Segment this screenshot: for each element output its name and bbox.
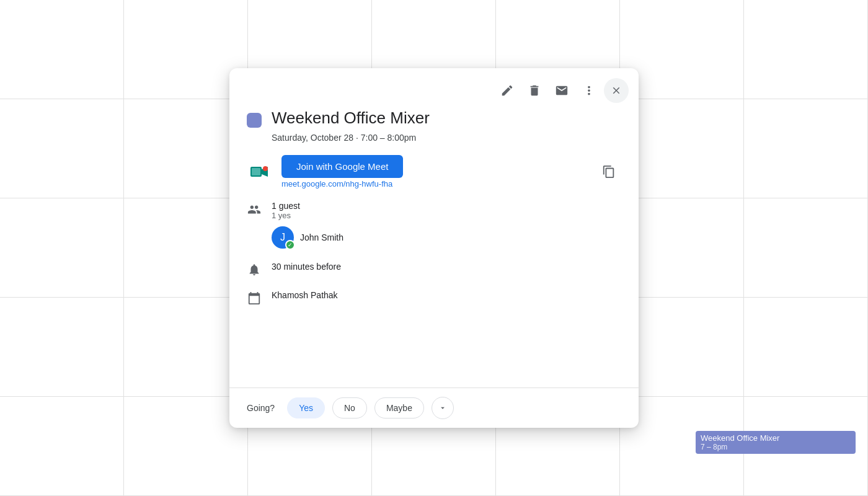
edit-button[interactable] <box>495 78 520 103</box>
guest-avatar: J ✓ <box>272 226 294 249</box>
calendar-cell <box>0 198 124 298</box>
chevron-down-icon <box>438 404 447 412</box>
more-options-button[interactable] <box>577 78 601 103</box>
event-title-row: Weekend Office Mixer <box>247 108 621 129</box>
event-title: Weekend Office Mixer <box>272 108 430 129</box>
calendar-cell <box>0 99 124 198</box>
meet-link[interactable]: meet.google.com/nhg-hwfu-fha <box>281 179 403 188</box>
calendar-owner-row: Khamosh Pathak <box>247 290 621 306</box>
reminder-text: 30 minutes before <box>272 262 341 272</box>
calendar-cell <box>744 298 868 397</box>
copy-icon <box>602 165 616 179</box>
event-detail-popup: Weekend Office Mixer Saturday, October 2… <box>229 68 639 428</box>
event-chip-title: Weekend Office Mixer <box>701 433 851 443</box>
svg-rect-2 <box>252 168 260 175</box>
copy-meet-link-button[interactable] <box>596 159 621 184</box>
calendar-owner-name: Khamosh Pathak <box>272 290 338 300</box>
guest-accepted-checkmark: ✓ <box>285 240 295 250</box>
reminder-content: 30 minutes before <box>272 261 621 272</box>
reminder-row: 30 minutes before <box>247 261 621 277</box>
svg-point-4 <box>263 166 268 171</box>
calendar-cell <box>0 397 124 496</box>
delete-button[interactable] <box>522 78 547 103</box>
meet-join-area: Join with Google Meet meet.google.com/nh… <box>281 155 587 188</box>
rsvp-more-button[interactable] <box>432 397 454 419</box>
guests-yes: 1 yes <box>272 211 621 220</box>
rsvp-no-button[interactable]: No <box>332 397 367 418</box>
guests-row: 1 guest 1 yes J ✓ John Smith <box>247 201 621 249</box>
popup-footer: Going? Yes No Maybe <box>229 388 639 428</box>
calendar-cell <box>0 298 124 397</box>
event-chip-time: 7 – 8pm <box>701 443 851 451</box>
popup-toolbar <box>229 68 639 108</box>
more-vert-icon <box>582 84 596 97</box>
calendar-cell <box>620 298 744 397</box>
close-icon <box>611 85 622 96</box>
meet-row: Join with Google Meet meet.google.com/nh… <box>247 155 621 188</box>
event-datetime: Saturday, October 28 · 7:00 – 8:00pm <box>272 133 621 143</box>
event-color-indicator <box>247 113 262 128</box>
email-button[interactable] <box>549 78 574 103</box>
calendar-icon <box>247 291 262 306</box>
google-meet-icon <box>247 159 272 184</box>
event-title-block: Weekend Office Mixer <box>272 108 430 129</box>
calendar-owner-content: Khamosh Pathak <box>272 290 621 301</box>
rsvp-maybe-button[interactable]: Maybe <box>374 397 424 418</box>
calendar-cell <box>744 0 868 99</box>
guest-item: J ✓ John Smith <box>272 226 621 249</box>
calendar-cell <box>620 198 744 298</box>
guests-content: 1 guest 1 yes J ✓ John Smith <box>272 201 621 249</box>
guest-name: John Smith <box>300 232 343 242</box>
popup-content: Weekend Office Mixer Saturday, October 2… <box>229 108 639 373</box>
calendar-cell <box>0 0 124 99</box>
delete-icon <box>528 84 541 97</box>
calendar-event-chip[interactable]: Weekend Office Mixer 7 – 8pm <box>696 431 856 454</box>
calendar-cell <box>620 99 744 198</box>
close-button[interactable] <box>604 78 629 103</box>
calendar-cell <box>620 0 744 99</box>
email-icon <box>555 84 569 97</box>
edit-icon <box>500 84 514 97</box>
guests-count: 1 guest <box>272 201 621 211</box>
guests-icon <box>247 202 262 217</box>
calendar-cell <box>744 99 868 198</box>
going-label: Going? <box>247 403 275 413</box>
calendar-cell <box>744 198 868 298</box>
meet-button-link-block: Join with Google Meet meet.google.com/nh… <box>281 155 403 188</box>
rsvp-yes-button[interactable]: Yes <box>287 397 325 418</box>
reminder-icon <box>247 262 262 277</box>
guest-initial: J <box>280 232 285 243</box>
join-meet-button[interactable]: Join with Google Meet <box>281 155 403 178</box>
